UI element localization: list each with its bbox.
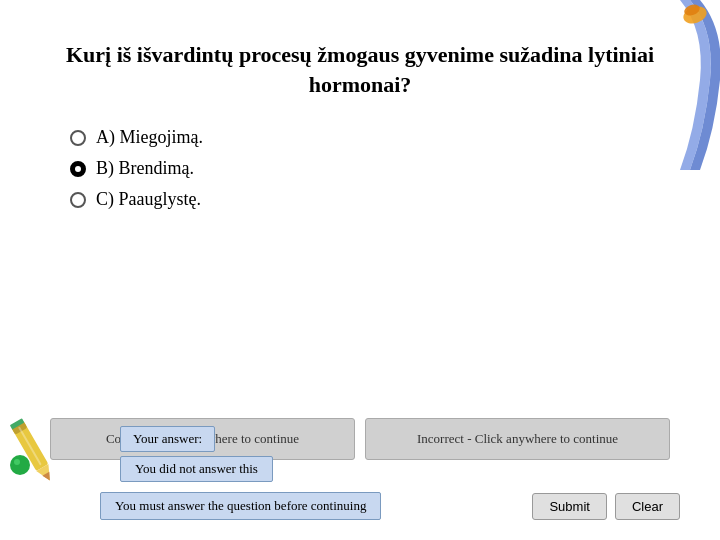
action-buttons: Submit Clear — [532, 493, 680, 520]
answer-label-c: C) Paauglystę. — [96, 189, 201, 210]
answer-item-a[interactable]: A) Miegojimą. — [70, 127, 650, 148]
clear-button[interactable]: Clear — [615, 493, 680, 520]
must-answer-message: You must answer the question before cont… — [100, 492, 381, 520]
answer-label-b: B) Brendimą. — [96, 158, 194, 179]
bottom-area: Correct - Click anywhere to continue Inc… — [0, 410, 720, 540]
answer-item-b[interactable]: B) Brendimą. — [70, 158, 650, 179]
radio-b[interactable] — [70, 161, 86, 177]
radio-a[interactable] — [70, 130, 86, 146]
incorrect-button[interactable]: Incorrect - Click anywhere to continue — [365, 418, 670, 460]
crayon-decoration-top — [620, 0, 720, 170]
answer-label-a: A) Miegojimą. — [96, 127, 203, 148]
answers-list: A) Miegojimą. B) Brendimą. C) Paauglystę… — [40, 127, 680, 210]
submit-button[interactable]: Submit — [532, 493, 606, 520]
answer-item-c[interactable]: C) Paauglystę. — [70, 189, 650, 210]
did-not-answer-message: You did not answer this — [120, 456, 273, 482]
slide-container: Kurį iš išvardintų procesų žmogaus gyven… — [0, 0, 720, 540]
question-title: Kurį iš išvardintų procesų žmogaus gyven… — [40, 40, 680, 99]
radio-c[interactable] — [70, 192, 86, 208]
your-answer-popup: Your answer: — [120, 426, 215, 452]
